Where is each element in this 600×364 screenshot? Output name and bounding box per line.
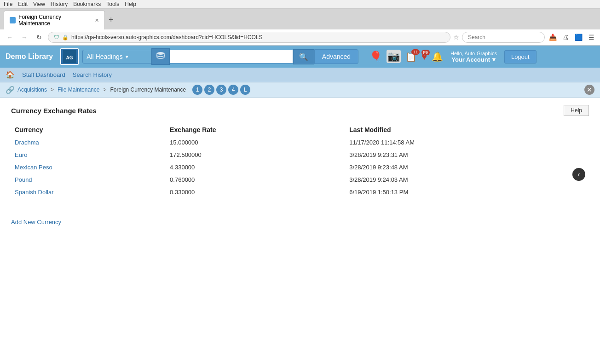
library-name: Demo Library	[6, 52, 53, 61]
col-header-currency: Currency	[11, 123, 166, 136]
user-info: Hello, Auto-Graphics Your Account ▼	[450, 51, 497, 63]
currency-cell-1: Euro	[11, 149, 166, 161]
main-search-input[interactable]	[170, 50, 293, 64]
last-modified-cell-4: 6/19/2019 1:50:13 PM	[346, 186, 589, 198]
table-row: Pound 0.760000 3/28/2019 9:24:03 AM	[11, 173, 589, 186]
tab-bar: Foreign Currency Maintenance ✕ +	[0, 9, 600, 29]
breadcrumb-close-button[interactable]: ✕	[584, 85, 594, 95]
browser-actions: 📥 🖨 🟦 ☰	[548, 32, 596, 42]
step-4[interactable]: 4	[228, 85, 238, 95]
heading-select-caret: ▼	[125, 54, 129, 59]
menu-edit[interactable]: Edit	[18, 1, 28, 7]
url-bar[interactable]: 🛡 🔒 https://qa-hcols-verso.auto-graphics…	[48, 32, 450, 43]
scan-icon-container[interactable]: 📷	[387, 51, 401, 63]
header-logo: AG	[60, 48, 79, 65]
heading-select-label: All Headings	[87, 53, 123, 60]
address-bar: ← → ↻ 🛡 🔒 https://qa-hcols-verso.auto-gr…	[0, 29, 600, 46]
new-tab-button[interactable]: +	[106, 15, 116, 25]
content-area: Currency Exchange Rate Last Modified Dra…	[11, 123, 589, 225]
table-body: Drachma 15.000000 11/17/2020 11:14:58 AM…	[11, 136, 589, 198]
scan-icon: 📷	[387, 50, 401, 63]
currency-link-1[interactable]: Euro	[15, 151, 27, 158]
help-button[interactable]: Help	[564, 105, 589, 116]
step-3[interactable]: 3	[216, 85, 226, 95]
tab-close-button[interactable]: ✕	[95, 17, 99, 23]
account-link[interactable]: Your Account ▼	[451, 56, 497, 63]
refresh-button[interactable]: ↻	[33, 31, 45, 43]
staff-dashboard-link[interactable]: Staff Dashboard	[22, 71, 65, 78]
search-history-link[interactable]: Search History	[73, 71, 112, 78]
last-modified-cell-2: 3/28/2019 9:23:48 AM	[346, 161, 589, 173]
header-icons: 🎈 📷 📋 11 ♥ F9 🔔	[369, 51, 443, 63]
menu-icon[interactable]: ☰	[586, 32, 596, 42]
exchange-rate-cell-1: 172.500000	[166, 149, 346, 161]
step-l[interactable]: L	[240, 85, 250, 95]
exchange-rate-cell-4: 0.330000	[166, 186, 346, 198]
scroll-left-arrow[interactable]: ‹	[572, 168, 585, 181]
currency-link-3[interactable]: Pound	[15, 176, 32, 183]
svg-text:AG: AG	[66, 55, 73, 60]
breadcrumb-bar: 🔗 Acquisitions > File Maintenance > Fore…	[0, 82, 600, 98]
list-badge: 11	[411, 49, 420, 55]
currency-link-4[interactable]: Spanish Dollar	[15, 189, 54, 196]
menu-tools[interactable]: Tools	[106, 1, 119, 7]
hello-text: Hello, Auto-Graphics	[450, 51, 497, 56]
step-1[interactable]: 1	[192, 85, 202, 95]
add-new-currency-link[interactable]: Add New Currency	[11, 219, 61, 225]
currency-link-2[interactable]: Mexican Peso	[15, 164, 52, 171]
print-icon[interactable]: 🖨	[560, 32, 571, 42]
search-button[interactable]: 🔍	[293, 49, 314, 64]
currency-table: Currency Exchange Rate Last Modified Dra…	[11, 123, 589, 198]
currency-cell-3: Pound	[11, 173, 166, 186]
menu-bookmarks[interactable]: Bookmarks	[73, 1, 101, 7]
breadcrumb-acquisitions[interactable]: Acquisitions	[17, 87, 47, 93]
last-modified-cell-1: 3/28/2019 9:23:31 AM	[346, 149, 589, 161]
pocket-icon[interactable]: 📥	[548, 32, 558, 42]
bell-icon: 🔔	[432, 52, 443, 62]
forward-button[interactable]: →	[18, 31, 30, 43]
menu-file[interactable]: File	[4, 1, 12, 7]
bell-icon-container[interactable]: 🔔	[432, 51, 443, 62]
browser-search-input[interactable]	[462, 32, 545, 43]
app-header: Demo Library AG All Headings ▼ 🔍 Advance…	[0, 46, 600, 68]
list-icon-container[interactable]: 📋 11	[405, 51, 417, 62]
balloon-icon-container[interactable]: 🎈	[369, 51, 382, 63]
database-icon[interactable]	[151, 48, 170, 65]
heading-select[interactable]: All Headings ▼	[82, 50, 151, 64]
lock-icon: 🔒	[62, 35, 69, 40]
menu-view[interactable]: View	[33, 1, 45, 7]
menu-bar: File Edit View History Bookmarks Tools H…	[0, 0, 600, 9]
heart-badge: F9	[421, 50, 430, 55]
extension-icon[interactable]: 🟦	[573, 32, 583, 42]
breadcrumb-file-maintenance[interactable]: File Maintenance	[58, 87, 99, 93]
currency-cell-2: Mexican Peso	[11, 161, 166, 173]
home-icon[interactable]: 🏠	[6, 70, 15, 79]
table-header: Currency Exchange Rate Last Modified	[11, 123, 589, 136]
page-header: Currency Exchange Rates Help	[11, 105, 589, 116]
active-tab[interactable]: Foreign Currency Maintenance ✕	[4, 11, 105, 29]
page-title: Currency Exchange Rates	[11, 107, 97, 115]
col-header-exchange-rate: Exchange Rate	[166, 123, 346, 136]
logout-button[interactable]: Logout	[504, 50, 537, 64]
currency-cell-0: Drachma	[11, 136, 166, 149]
main-content: Currency Exchange Rates Help Currency Ex…	[0, 98, 600, 233]
menu-history[interactable]: History	[51, 1, 68, 7]
exchange-rate-cell-0: 15.000000	[166, 136, 346, 149]
breadcrumb-current: Foreign Currency Maintenance	[110, 87, 186, 93]
bookmark-star-icon[interactable]: ☆	[453, 34, 459, 41]
currency-cell-4: Spanish Dollar	[11, 186, 166, 198]
heart-icon-container[interactable]: ♥ F9	[421, 52, 427, 62]
last-modified-cell-3: 3/28/2019 9:24:03 AM	[346, 173, 589, 186]
menu-help[interactable]: Help	[125, 1, 136, 7]
breadcrumb-icon: 🔗	[6, 86, 15, 94]
tab-favicon	[10, 17, 16, 23]
balloon-icon: 🎈	[369, 51, 382, 62]
nav-bar: 🏠 Staff Dashboard Search History	[0, 68, 600, 82]
search-area: All Headings ▼ 🔍 Advanced	[82, 48, 358, 65]
back-button[interactable]: ←	[4, 31, 16, 43]
bc-sep-2: >	[103, 87, 106, 93]
currency-link-0[interactable]: Drachma	[15, 139, 39, 146]
step-2[interactable]: 2	[204, 85, 214, 95]
advanced-button[interactable]: Advanced	[314, 49, 358, 64]
account-caret: ▼	[491, 56, 497, 63]
